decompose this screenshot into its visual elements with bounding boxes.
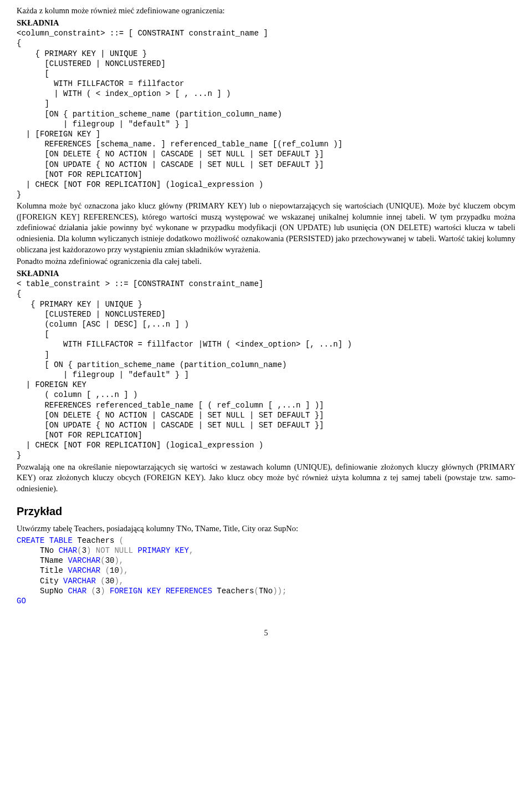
intro-text-1: Każda z kolumn może również mieć zdefini… xyxy=(17,6,515,17)
paragraph-2: Kolumna może być oznaczona jako klucz gł… xyxy=(17,201,515,255)
paragraph-5: Utwórzmy tabelę Teachers, posiadającą ko… xyxy=(17,523,515,535)
heading-skladnia-2: SKŁADNIA xyxy=(17,268,515,279)
page-number: 5 xyxy=(17,628,515,639)
paragraph-4: Pozwalają one na określanie niepowtarzaj… xyxy=(17,462,515,495)
code-block-sql-example: CREATE TABLE Teachers ( TNo CHAR(3) NOT … xyxy=(17,536,515,606)
paragraph-3: Ponadto można zdefiniować ograniczenia d… xyxy=(17,256,515,267)
heading-example: Przykład xyxy=(17,504,515,519)
code-block-table-constraint: < table_constraint > ::= [CONSTRAINT con… xyxy=(17,279,515,460)
heading-skladnia-1: SKŁADNIA xyxy=(17,18,515,29)
code-block-column-constraint: <column_constraint> ::= [ CONSTRAINT con… xyxy=(17,28,515,200)
